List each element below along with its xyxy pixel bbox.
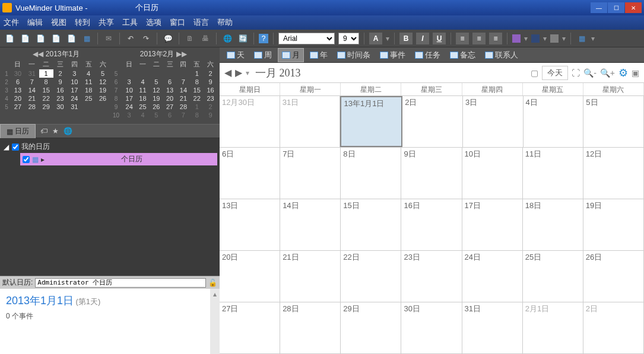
- font-size-select[interactable]: 9: [338, 33, 359, 44]
- settings-gear-icon[interactable]: ⚙: [618, 66, 628, 79]
- day-cell[interactable]: 23日: [401, 251, 462, 302]
- day-cell[interactable]: 26日: [583, 251, 644, 302]
- day-cell[interactable]: 14日: [280, 199, 341, 250]
- mini-day[interactable]: 21: [176, 94, 190, 103]
- expand-icon[interactable]: ◢: [4, 143, 9, 151]
- mini-day[interactable]: 17: [122, 94, 136, 103]
- mini-day[interactable]: 18: [136, 94, 150, 103]
- calendar-icon[interactable]: ▦: [81, 33, 93, 44]
- viewtab-月[interactable]: 月: [278, 48, 304, 62]
- mini-day[interactable]: 22: [39, 94, 53, 103]
- align-center-button[interactable]: ≡: [472, 33, 486, 44]
- menu-帮助[interactable]: 帮助: [217, 17, 233, 28]
- viewtab-天[interactable]: 天: [223, 49, 248, 62]
- tree-root[interactable]: ◢ 我的日历: [2, 141, 217, 153]
- print-icon[interactable]: 🖶: [199, 33, 211, 44]
- mail-icon[interactable]: ✉: [103, 33, 115, 44]
- tag-icon[interactable]: 🏷: [40, 127, 47, 135]
- mini-day[interactable]: 15: [39, 86, 53, 94]
- day-cell[interactable]: 18日: [523, 199, 583, 250]
- day-cell[interactable]: 13年1月1日: [340, 96, 402, 147]
- day-cell[interactable]: 17日: [462, 199, 523, 250]
- calendar-tab[interactable]: ▦日历: [0, 124, 36, 138]
- day-cell[interactable]: 11日: [523, 148, 583, 199]
- font-select[interactable]: Arial: [278, 33, 335, 44]
- mini-day[interactable]: 2: [53, 69, 68, 78]
- menu-选项[interactable]: 选项: [146, 17, 161, 28]
- menu-文件[interactable]: 文件: [4, 17, 19, 28]
- mini-day[interactable]: [150, 69, 163, 78]
- day-cell[interactable]: 22日: [341, 251, 401, 302]
- next-month-button[interactable]: ▶: [235, 67, 242, 78]
- mini-day[interactable]: 5: [150, 78, 163, 86]
- layout-icon[interactable]: ▣: [632, 68, 639, 78]
- day-cell[interactable]: 2日: [402, 96, 463, 147]
- mini-day[interactable]: 28: [176, 103, 190, 111]
- viewtab-年[interactable]: 年: [306, 49, 331, 62]
- mini-day[interactable]: 22: [190, 94, 204, 103]
- day-cell[interactable]: 2日: [583, 302, 644, 353]
- goto-date-icon[interactable]: ▢: [531, 68, 538, 78]
- menu-视图[interactable]: 视图: [51, 17, 66, 28]
- default-cal-input[interactable]: [35, 278, 206, 288]
- zoom-fit-icon[interactable]: ⛶: [572, 68, 580, 78]
- help-icon[interactable]: ?: [259, 34, 268, 43]
- new-task-icon[interactable]: 📄: [19, 33, 31, 44]
- chat-icon[interactable]: 💬: [162, 33, 174, 44]
- scrollbar[interactable]: ▴: [210, 289, 220, 354]
- day-cell[interactable]: 10日: [462, 148, 523, 199]
- mini-day[interactable]: 20: [163, 94, 177, 103]
- mini-day[interactable]: [136, 69, 150, 78]
- mini-day[interactable]: 4: [81, 69, 96, 78]
- bold-button[interactable]: B: [399, 33, 413, 44]
- mini-day[interactable]: 27: [163, 103, 177, 111]
- mini-day[interactable]: 1: [190, 69, 204, 78]
- mini-day[interactable]: 9: [204, 78, 217, 86]
- menu-编辑[interactable]: 编辑: [27, 17, 43, 28]
- mini-day[interactable]: 3: [67, 69, 81, 78]
- italic-button[interactable]: I: [416, 33, 429, 44]
- mini-day[interactable]: 6: [163, 78, 177, 86]
- mini-day[interactable]: 20: [11, 94, 25, 103]
- mini-day[interactable]: 2: [204, 69, 217, 78]
- mini-day[interactable]: [163, 69, 177, 78]
- day-cell[interactable]: 15日: [341, 199, 401, 250]
- mini-day[interactable]: 23: [204, 94, 217, 103]
- mini-day[interactable]: 21: [25, 94, 39, 103]
- refresh-icon[interactable]: 🔄: [237, 33, 249, 44]
- mini-day[interactable]: 11: [136, 86, 150, 94]
- day-cell[interactable]: 21日: [280, 251, 341, 302]
- today-button[interactable]: 今天: [542, 66, 568, 80]
- mini-day[interactable]: 19: [150, 94, 163, 103]
- mini-day[interactable]: 12: [96, 78, 110, 86]
- mini-day[interactable]: 31: [25, 69, 39, 78]
- menu-共享[interactable]: 共享: [99, 17, 114, 28]
- mini-day[interactable]: 1: [190, 103, 204, 111]
- mini-day[interactable]: 15: [190, 86, 204, 94]
- zoom-in-icon[interactable]: 🔍+: [600, 68, 615, 78]
- mini-next-icon[interactable]: ▶▶: [176, 50, 187, 58]
- mini-day[interactable]: 4: [136, 111, 150, 119]
- mini-day[interactable]: 30: [11, 69, 25, 78]
- mini-day[interactable]: 26: [96, 94, 110, 103]
- mini-day[interactable]: 25: [136, 103, 150, 111]
- mini-day[interactable]: 7: [176, 78, 190, 86]
- color-navy[interactable]: [531, 34, 540, 43]
- print-preview-icon[interactable]: 🗎: [184, 33, 196, 44]
- mini-day[interactable]: 23: [53, 94, 68, 103]
- mini-day[interactable]: 2: [204, 103, 217, 111]
- font-color-button[interactable]: A: [369, 33, 382, 44]
- mini-day[interactable]: 16: [53, 86, 68, 94]
- mini-day[interactable]: 29: [39, 103, 53, 111]
- format-icon[interactable]: ▦: [576, 33, 588, 44]
- mini-day[interactable]: 8: [190, 111, 204, 119]
- mini-day[interactable]: 4: [136, 78, 150, 86]
- menu-语言[interactable]: 语言: [193, 17, 209, 28]
- color-gray[interactable]: [550, 34, 559, 43]
- mini-day[interactable]: 5: [96, 69, 110, 78]
- mini-day[interactable]: 6: [163, 111, 177, 119]
- mini-day[interactable]: 28: [25, 103, 39, 111]
- mini-day[interactable]: 24: [67, 94, 81, 103]
- zoom-out-icon[interactable]: 🔍-: [583, 68, 597, 78]
- lock-icon[interactable]: 🔓: [208, 279, 217, 287]
